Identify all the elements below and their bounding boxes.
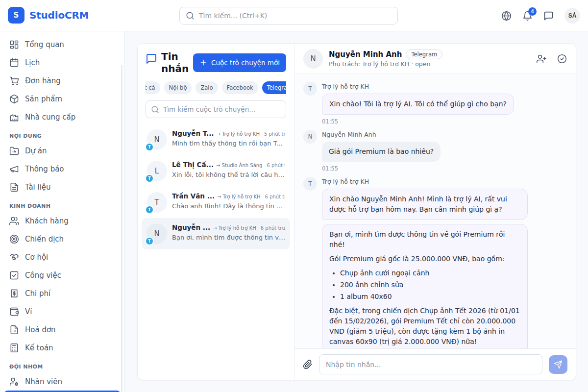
chat-contact-name: Nguyễn Minh Anh: [329, 50, 402, 59]
globe-icon: [501, 11, 512, 21]
messages-button[interactable]: [543, 11, 554, 21]
conversation-name: Nguyễn T...: [172, 129, 214, 137]
avatar: L T: [147, 161, 167, 181]
chat-contact-avatar: N: [303, 49, 323, 69]
top-bar: S StudioCRM 4: [0, 0, 588, 31]
global-search[interactable]: [179, 7, 398, 24]
users-icon: [9, 216, 19, 226]
wallet-icon: [9, 307, 19, 317]
conversation-list-pane: Tin nhắn Cuộc trò chuyện mới Tất cả Nội …: [138, 44, 294, 380]
message-bubble: Giá gói Premium là bao nhiêu?: [322, 142, 441, 162]
folder-icon: [9, 146, 19, 156]
filter-chip-noi-bo[interactable]: Nội bộ: [164, 81, 192, 94]
conversation-preview: Chào anh Bình! Đây là thông tin đơn h...: [172, 202, 285, 210]
assign-user-button[interactable]: [537, 54, 546, 64]
sidebar-item-tong-quan[interactable]: Tổng quan: [4, 35, 121, 53]
sidebar-item-san-pham[interactable]: Sản phẩm: [4, 90, 121, 108]
handshake-icon: [9, 252, 19, 262]
send-icon: [554, 360, 563, 369]
sidebar-item-nha-cung-cap[interactable]: Nhà cung cấp: [4, 108, 121, 126]
sidebar: Tổng quan Lịch Đơn hàng Sản phẩm Nhà cun…: [0, 31, 125, 392]
notification-count-badge: 4: [528, 7, 537, 16]
sidebar-item-label: Lịch: [25, 58, 40, 67]
message-bubble: Xin chào! Tôi là trợ lý AI. Tôi có thể g…: [322, 94, 514, 115]
notifications-button[interactable]: 4: [522, 11, 533, 21]
message-history[interactable]: T Trợ lý hỗ trợ KH Xin chào! Tôi là trợ …: [294, 74, 576, 348]
sidebar-item-don-hang[interactable]: Đơn hàng: [4, 72, 121, 90]
brand: S StudioCRM: [8, 7, 89, 24]
avatar: N T: [147, 223, 167, 244]
conversation-item-1[interactable]: N T Nguyễn T... → Trợ lý hỗ trợ KH 5 phú…: [142, 124, 290, 155]
user-avatar[interactable]: SÁ: [564, 8, 580, 24]
sidebar-item-lich[interactable]: Lịch: [4, 53, 121, 72]
conversation-search[interactable]: [146, 100, 286, 118]
attach-file-button[interactable]: [303, 360, 313, 369]
invoice-icon: [9, 325, 19, 335]
conversation-name: Lê Thị Cẩ...: [172, 161, 214, 169]
sidebar-item-hoa-don[interactable]: Hoá đơn: [4, 320, 121, 339]
search-icon: [186, 11, 195, 20]
message-bullet: 1 album 40x60: [340, 292, 520, 302]
sidebar-item-label: Hoá đơn: [25, 325, 56, 334]
sidebar-item-co-hoi[interactable]: Cơ hội: [4, 248, 121, 266]
filter-chip-tat-ca[interactable]: Tất cả: [146, 81, 160, 94]
conversation-item-3[interactable]: T T Trần Văn ... → Trợ lý hỗ trợ KH 6 ph…: [142, 187, 290, 218]
sidebar-item-chi-phi[interactable]: Chi phí: [4, 284, 121, 302]
message-input[interactable]: [319, 354, 542, 374]
resolve-conversation-button[interactable]: [557, 54, 567, 64]
chat-pane: N Nguyễn Minh Anh Telegram Phụ trách: Tr…: [294, 44, 576, 380]
message-bubble: Bạn ơi, mình tìm được thông tin về gói P…: [322, 224, 528, 348]
message-composer: [294, 348, 576, 380]
filter-chip-facebook[interactable]: Facebook: [222, 81, 258, 94]
filter-chip-telegram[interactable]: Telegram: [262, 81, 286, 94]
user-plus-icon: [537, 54, 546, 64]
sidebar-item-ke-toan[interactable]: Kế toán: [4, 339, 121, 357]
sidebar-item-tai-lieu[interactable]: Tài liệu: [4, 178, 121, 196]
avatar: T T: [147, 192, 167, 213]
sidebar-item-thong-bao[interactable]: Thông báo: [4, 160, 121, 178]
conversation-time: 6 phút trước: [259, 225, 285, 231]
calculator-icon: [9, 343, 19, 353]
paperclip-icon: [303, 360, 313, 369]
check-circle-icon: [557, 54, 567, 64]
global-search-input[interactable]: [199, 12, 392, 20]
conversation-search-input[interactable]: [163, 105, 281, 113]
sidebar-item-chien-dich[interactable]: Chiến dịch: [4, 230, 121, 248]
receipt-dollar-icon: [9, 289, 19, 298]
sidebar-item-label: Chiến dịch: [25, 235, 64, 244]
sidebar-item-label: Đơn hàng: [25, 76, 61, 85]
target-icon: [9, 234, 19, 244]
message-bullet: Chụp ảnh cưới ngoại cảnh: [340, 268, 520, 278]
language-button[interactable]: [501, 11, 512, 21]
telegram-badge-icon: T: [145, 237, 154, 245]
sidebar-item-du-an[interactable]: Dự án: [4, 142, 121, 160]
conversation-assignee: → Trợ lý hỗ trợ KH: [217, 194, 261, 199]
chat-bubble-icon: [543, 11, 554, 21]
sidebar-item-label: Nhà cung cấp: [25, 113, 75, 122]
avatar: N: [303, 130, 317, 144]
chat-subtitle: Phụ trách: Trợ lý hỗ trợ KH · open: [329, 60, 442, 68]
sidebar-item-vi[interactable]: Ví: [4, 302, 121, 320]
message-sender: Nguyễn Minh Anh: [322, 131, 441, 138]
telegram-badge-icon: T: [145, 205, 154, 214]
sidebar-item-label: Cơ hội: [25, 253, 48, 262]
app-root: S StudioCRM 4: [0, 0, 588, 392]
conversation-item-2[interactable]: L T Lê Thị Cẩ... → Studio Ánh Sáng 6 phú…: [142, 155, 290, 187]
channel-filter-chips: Tất cả Nội bộ Zalo Facebook Telegram: [146, 81, 286, 94]
send-button[interactable]: [549, 355, 567, 374]
sidebar-item-khach-hang[interactable]: Khách hàng: [4, 212, 121, 230]
new-conversation-button[interactable]: Cuộc trò chuyện mới: [193, 53, 286, 72]
sidebar-scrollbar[interactable]: [121, 65, 122, 392]
telegram-badge-icon: T: [145, 174, 154, 183]
sidebar-item-nhan-vien[interactable]: Nhân viên: [4, 372, 121, 391]
conversation-item-4-selected[interactable]: N T Nguyễn ... → Trợ lý hỗ trợ KH 6 phút…: [142, 218, 290, 249]
avatar: T: [303, 177, 317, 191]
package-icon: [9, 94, 19, 104]
sidebar-item-label: Ví: [25, 307, 32, 316]
sidebar-item-cong-viec[interactable]: Công việc: [4, 266, 121, 284]
conversation-assignee: → Studio Ánh Sáng: [216, 163, 262, 168]
telegram-badge-icon: T: [145, 143, 154, 151]
sidebar-item-label: Tổng quan: [25, 40, 64, 49]
conversation-name: Nguyễn ...: [172, 223, 210, 231]
filter-chip-zalo[interactable]: Zalo: [196, 81, 218, 94]
